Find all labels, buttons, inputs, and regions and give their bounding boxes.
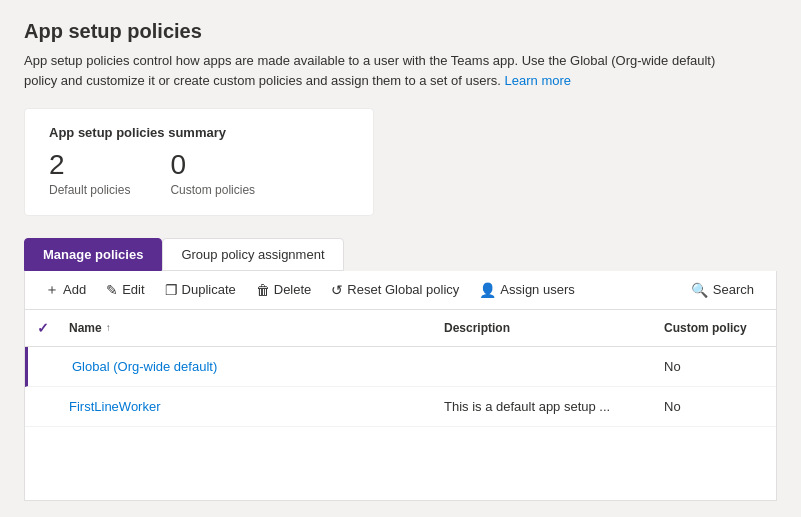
default-label: Default policies xyxy=(49,183,130,197)
tab-manage-policies[interactable]: Manage policies xyxy=(24,238,162,271)
row-check-global xyxy=(28,358,64,374)
th-name[interactable]: Name ↑ xyxy=(61,316,436,340)
edit-button[interactable]: ✎ Edit xyxy=(98,278,152,302)
description-text: App setup policies control how apps are … xyxy=(24,53,715,88)
reset-global-policy-button[interactable]: ↺ Reset Global policy xyxy=(323,278,467,302)
row-name-firstline[interactable]: FirstLineWorker xyxy=(61,391,436,422)
th-check: ✓ xyxy=(25,316,61,340)
reset-icon: ↺ xyxy=(331,282,343,298)
learn-more-link[interactable]: Learn more xyxy=(505,73,571,88)
duplicate-button[interactable]: ❐ Duplicate xyxy=(157,278,244,302)
assign-users-icon: 👤 xyxy=(479,282,496,298)
delete-icon: 🗑 xyxy=(256,282,270,298)
page-title: App setup policies xyxy=(24,20,777,43)
tabs-row: Manage policies Group policy assignment xyxy=(24,238,777,271)
th-custom-policy: Custom policy xyxy=(656,316,776,340)
table: ✓ Name ↑ Description Custom policy Globa… xyxy=(24,310,777,501)
row-custom-firstline: No xyxy=(656,391,776,422)
summary-stats: 2 Default policies 0 Custom policies xyxy=(49,150,349,197)
row-description-global xyxy=(436,358,656,374)
page-container: App setup policies App setup policies co… xyxy=(0,0,801,517)
table-header: ✓ Name ↑ Description Custom policy xyxy=(25,310,776,347)
th-description: Description xyxy=(436,316,656,340)
summary-card: App setup policies summary 2 Default pol… xyxy=(24,108,374,216)
summary-title: App setup policies summary xyxy=(49,125,349,140)
toolbar: ＋ Add ✎ Edit ❐ Duplicate 🗑 Delete ↺ Rese… xyxy=(24,271,777,310)
row-check-firstline xyxy=(25,398,61,414)
row-custom-global: No xyxy=(656,351,776,382)
default-count: 2 xyxy=(49,150,130,181)
add-icon: ＋ xyxy=(45,281,59,299)
sort-arrow-icon: ↑ xyxy=(106,322,111,333)
check-all-icon: ✓ xyxy=(37,320,49,336)
tab-group-policy-assignment[interactable]: Group policy assignment xyxy=(162,238,343,271)
default-policies-stat: 2 Default policies xyxy=(49,150,130,197)
delete-button[interactable]: 🗑 Delete xyxy=(248,278,320,302)
search-icon: 🔍 xyxy=(691,282,708,298)
edit-icon: ✎ xyxy=(106,282,118,298)
page-description: App setup policies control how apps are … xyxy=(24,51,744,90)
search-button[interactable]: 🔍 Search xyxy=(681,278,764,302)
add-button[interactable]: ＋ Add xyxy=(37,277,94,303)
custom-count: 0 xyxy=(170,150,255,181)
table-row[interactable]: Global (Org-wide default) No xyxy=(25,347,776,387)
duplicate-icon: ❐ xyxy=(165,282,178,298)
custom-label: Custom policies xyxy=(170,183,255,197)
assign-users-button[interactable]: 👤 Assign users xyxy=(471,278,582,302)
row-description-firstline: This is a default app setup ... xyxy=(436,391,656,422)
row-name-global[interactable]: Global (Org-wide default) xyxy=(64,351,436,382)
custom-policies-stat: 0 Custom policies xyxy=(170,150,255,197)
table-row[interactable]: FirstLineWorker This is a default app se… xyxy=(25,387,776,427)
